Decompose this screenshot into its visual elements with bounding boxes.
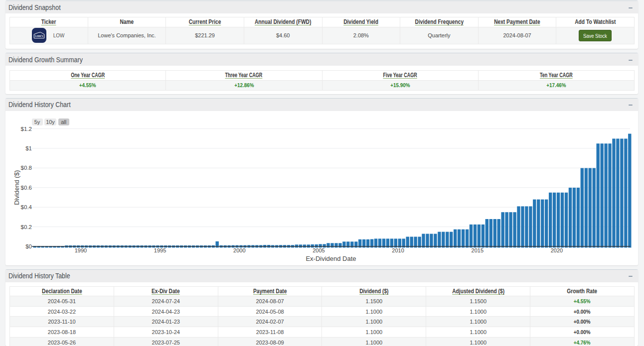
svg-text:2020: 2020: [551, 247, 563, 253]
svg-text:$1: $1: [25, 145, 32, 151]
svg-text:$1.2: $1.2: [21, 126, 32, 132]
svg-text:$0.4: $0.4: [21, 204, 32, 210]
svg-text:2010: 2010: [392, 247, 404, 253]
svg-text:2000: 2000: [233, 247, 245, 253]
svg-text:Dividend ($): Dividend ($): [13, 170, 20, 205]
svg-text:2015: 2015: [472, 247, 483, 253]
svg-text:$0.6: $0.6: [21, 185, 32, 191]
svg-text:Lowe's: Lowe's: [35, 35, 43, 37]
svg-text:$0: $0: [25, 243, 32, 249]
svg-text:2005: 2005: [313, 247, 324, 253]
svg-text:$0.8: $0.8: [21, 165, 32, 171]
svg-text:Ex-Dividend Date: Ex-Dividend Date: [306, 255, 356, 262]
svg-text:1990: 1990: [75, 247, 87, 253]
svg-text:1995: 1995: [154, 247, 166, 253]
svg-text:$0.2: $0.2: [21, 224, 32, 230]
